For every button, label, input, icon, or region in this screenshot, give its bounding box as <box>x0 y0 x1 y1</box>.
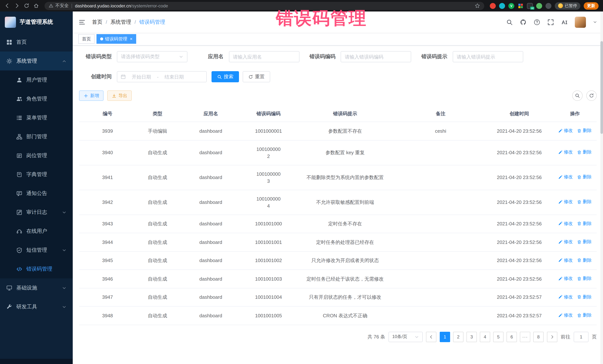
prev-page-button[interactable] <box>426 331 436 342</box>
scrollbar-thumb[interactable] <box>600 41 603 134</box>
delete-link[interactable]: 删除 <box>577 238 592 245</box>
sidebar-item-9[interactable]: 审计日志 <box>0 203 73 222</box>
extension-icon[interactable] <box>536 3 542 9</box>
edit-link[interactable]: 修改 <box>558 257 573 264</box>
search-button[interactable]: 搜索 <box>211 71 239 82</box>
delete-link[interactable]: 删除 <box>577 174 592 181</box>
app-name-input[interactable] <box>233 54 295 59</box>
font-size-icon[interactable] <box>561 19 568 25</box>
sidebar-collapse-bar[interactable] <box>0 359 73 364</box>
user-menu-caret-icon[interactable] <box>593 20 597 24</box>
tab-home[interactable]: 首页 <box>78 34 95 44</box>
page-button-3[interactable]: 3 <box>466 331 477 342</box>
extension-icon[interactable]: on <box>527 3 533 9</box>
add-button[interactable]: 新增 <box>79 90 104 101</box>
home-icon[interactable] <box>33 3 39 9</box>
reload-icon[interactable] <box>24 3 29 9</box>
bookmark-star-icon[interactable] <box>475 3 480 9</box>
address-bar[interactable]: 不安全 dashboard.yudao.iocoder.cn/system/er… <box>45 2 484 10</box>
end-date-input[interactable] <box>161 74 187 79</box>
refresh-table-button[interactable] <box>586 90 597 101</box>
sidebar-item-14[interactable]: 研发工具 <box>0 297 73 316</box>
delete-link[interactable]: 删除 <box>577 293 592 300</box>
tab-error-code[interactable]: 错误码管理 × <box>96 34 136 44</box>
hamburger-icon[interactable] <box>79 19 85 25</box>
fullscreen-icon[interactable] <box>547 19 554 25</box>
sidebar-item-4[interactable]: 菜单管理 <box>0 108 73 127</box>
edit-link[interactable]: 修改 <box>558 174 573 181</box>
delete-link[interactable]: 删除 <box>577 275 592 282</box>
sidebar-item-13[interactable]: 基础设施 <box>0 278 73 297</box>
profile-paused-badge[interactable]: 已暂停 <box>555 2 580 10</box>
delete-link[interactable]: 删除 <box>577 127 592 134</box>
sidebar-item-11[interactable]: 短信管理 <box>0 241 73 259</box>
sidebar-item-1[interactable]: 系统管理 <box>0 52 73 70</box>
edit-link[interactable]: 修改 <box>558 293 573 300</box>
delete-link[interactable]: 删除 <box>577 312 592 319</box>
page-button-4[interactable]: 4 <box>480 331 490 342</box>
edit-link[interactable]: 修改 <box>558 238 573 245</box>
sidebar-item-8[interactable]: 通知公告 <box>0 184 73 203</box>
page-ellipsis[interactable]: ··· <box>520 331 530 342</box>
error-code-input[interactable] <box>345 54 407 59</box>
chrome-update-button[interactable]: 更新 <box>584 2 599 10</box>
cell-app: dashboard <box>179 215 243 233</box>
export-button[interactable]: 导出 <box>107 90 132 101</box>
github-icon[interactable] <box>520 19 527 25</box>
delete-link[interactable]: 删除 <box>577 149 592 156</box>
url-path: /system/error-code <box>131 3 168 8</box>
goto-page-input[interactable] <box>574 331 589 342</box>
sidebar-item-2[interactable]: 用户管理 <box>0 70 73 89</box>
sidebar-item-7[interactable]: 字典管理 <box>0 165 73 184</box>
forward-icon[interactable] <box>14 3 20 9</box>
sidebar-item-6[interactable]: 岗位管理 <box>0 146 73 165</box>
back-icon[interactable] <box>4 3 10 9</box>
toggle-search-button[interactable] <box>572 90 583 101</box>
edit-link[interactable]: 修改 <box>558 312 573 319</box>
error-type-select[interactable]: 请选择错误码类型 <box>117 51 187 62</box>
delete-link[interactable]: 删除 <box>577 257 592 264</box>
delete-link[interactable]: 删除 <box>577 199 592 206</box>
next-page-button[interactable] <box>547 331 557 342</box>
page-button-2[interactable]: 2 <box>453 331 464 342</box>
edit-link[interactable]: 修改 <box>558 220 573 227</box>
id-badge-icon <box>16 153 22 158</box>
sidebar-item-5[interactable]: 部门管理 <box>0 127 73 146</box>
date-range-picker[interactable]: - <box>117 71 207 82</box>
header-search-icon[interactable] <box>506 19 513 25</box>
page-size-select[interactable]: 10条/页 <box>389 331 423 342</box>
cell-memo <box>396 251 485 270</box>
security-warning[interactable]: 不安全 <box>49 3 69 9</box>
reset-button[interactable]: 重置 <box>243 71 270 82</box>
sidebar-item-3[interactable]: 角色管理 <box>0 89 73 108</box>
cell-message: 只有开启状态的任务，才可以修改 <box>294 288 396 306</box>
page-button-1[interactable]: 1 <box>440 331 450 342</box>
edit-link[interactable]: 修改 <box>558 127 573 134</box>
extension-icon[interactable] <box>490 3 496 9</box>
sidebar-item-0[interactable]: 首页 <box>0 33 73 52</box>
edit-link[interactable]: 修改 <box>558 275 573 282</box>
delete-link[interactable]: 删除 <box>577 220 592 227</box>
help-icon[interactable] <box>533 19 540 25</box>
extension-grid-icon[interactable] <box>518 3 524 9</box>
page-button-8[interactable]: 8 <box>533 331 544 342</box>
user-avatar[interactable] <box>575 16 586 28</box>
page-button-6[interactable]: 6 <box>507 331 517 342</box>
breadcrumb-system[interactable]: 系统管理 <box>110 19 131 25</box>
app-title: 芋道管理系统 <box>20 19 53 26</box>
sidebar-item-12[interactable]: 错误码管理 <box>0 259 73 278</box>
error-message-input[interactable] <box>457 54 519 59</box>
app-logo[interactable]: 芋道管理系统 <box>0 11 73 33</box>
start-date-input[interactable] <box>128 74 155 79</box>
extension-icon[interactable] <box>545 3 551 9</box>
online-user-icon <box>16 228 22 234</box>
scrollbar[interactable] <box>600 11 603 364</box>
page-button-5[interactable]: 5 <box>493 331 504 342</box>
close-tab-icon[interactable]: × <box>130 37 132 41</box>
edit-link[interactable]: 修改 <box>558 199 573 206</box>
edit-link[interactable]: 修改 <box>558 149 573 156</box>
extension-icon[interactable] <box>499 3 505 9</box>
breadcrumb-home[interactable]: 首页 <box>92 19 103 25</box>
extension-icon[interactable]: V <box>508 3 514 9</box>
sidebar-item-10[interactable]: 在线用户 <box>0 222 73 241</box>
